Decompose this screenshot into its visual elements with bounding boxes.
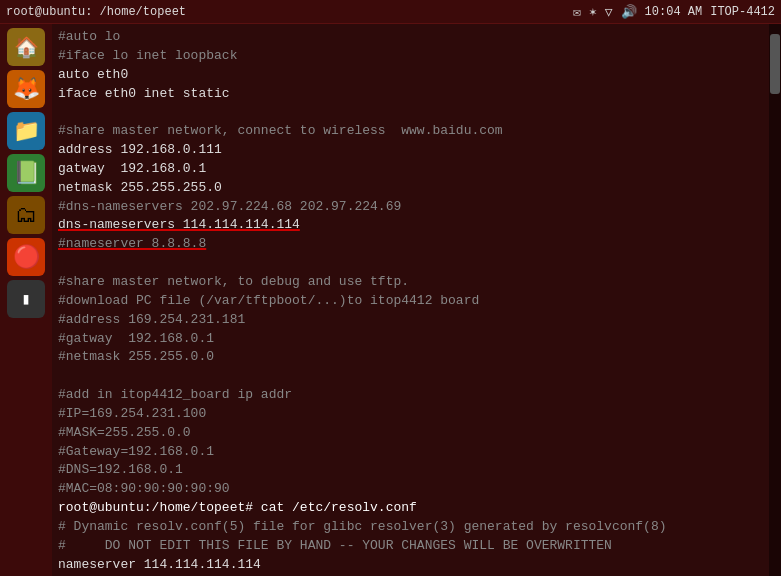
bluetooth-icon: ✶: [589, 4, 597, 20]
scrollbar[interactable]: [769, 24, 781, 576]
firefox-icon[interactable]: 🦊: [7, 70, 45, 108]
scroll-thumb[interactable]: [770, 34, 780, 94]
line-13: [58, 254, 763, 273]
files-icon[interactable]: 📁: [7, 112, 45, 150]
line-24: #DNS=192.168.0.1: [58, 461, 763, 480]
line-19: [58, 367, 763, 386]
line-4: iface eth0 inet static: [58, 85, 763, 104]
email-icon: ✉: [573, 4, 581, 20]
line-7: address 192.168.0.111: [58, 141, 763, 160]
topbar-right: ✉ ✶ ▽ 🔊 10:04 AM ITOP-4412: [573, 4, 775, 20]
line-5: [58, 103, 763, 122]
line-15: #download PC file (/var/tftpboot/...)to …: [58, 292, 763, 311]
terminal[interactable]: #auto lo #iface lo inet loopback auto et…: [52, 24, 769, 576]
folder-icon[interactable]: 🗂: [7, 196, 45, 234]
spreadsheet-icon[interactable]: 📗: [7, 154, 45, 192]
line-6: #share master network, connect to wirele…: [58, 122, 763, 141]
line-29: nameserver 114.114.114.114: [58, 556, 763, 575]
line-8: gatway 192.168.0.1: [58, 160, 763, 179]
line-20: #add in itop4412_board ip addr: [58, 386, 763, 405]
line-3: auto eth0: [58, 66, 763, 85]
line-17: #gatway 192.168.0.1: [58, 330, 763, 349]
ubuntu-icon[interactable]: 🔴: [7, 238, 45, 276]
volume-icon: 🔊: [621, 4, 637, 20]
line-21: #IP=169.254.231.100: [58, 405, 763, 424]
topbar: root@ubuntu: /home/topeet ✉ ✶ ▽ 🔊 10:04 …: [0, 0, 781, 24]
device-label: ITOP-4412: [710, 5, 775, 19]
line-23: #Gateway=192.168.0.1: [58, 443, 763, 462]
line-25: #MAC=08:90:90:90:90:90: [58, 480, 763, 499]
line-12: #nameserver 8.8.8.8: [58, 235, 763, 254]
line-16: #address 169.254.231.181: [58, 311, 763, 330]
home-icon[interactable]: 🏠: [7, 28, 45, 66]
line-28: # DO NOT EDIT THIS FILE BY HAND -- YOUR …: [58, 537, 763, 556]
line-10: #dns-nameservers 202.97.224.68 202.97.22…: [58, 198, 763, 217]
clock: 10:04 AM: [645, 5, 703, 19]
topbar-title: root@ubuntu: /home/topeet: [6, 5, 186, 19]
terminal-icon[interactable]: ▮: [7, 280, 45, 318]
line-9: netmask 255.255.255.0: [58, 179, 763, 198]
line-18: #netmask 255.255.0.0: [58, 348, 763, 367]
line-26: root@ubuntu:/home/topeet# cat /etc/resol…: [58, 499, 763, 518]
line-11: dns-nameservers 114.114.114.114: [58, 216, 763, 235]
sidebar: 🏠 🦊 📁 📗 🗂 🔴 ▮: [0, 24, 52, 576]
main-layout: 🏠 🦊 📁 📗 🗂 🔴 ▮ #auto lo #iface lo inet lo…: [0, 24, 781, 576]
line-14: #share master network, to debug and use …: [58, 273, 763, 292]
line-1: #auto lo: [58, 28, 763, 47]
network-icon: ▽: [605, 4, 613, 20]
line-2: #iface lo inet loopback: [58, 47, 763, 66]
line-22: #MASK=255.255.0.0: [58, 424, 763, 443]
line-27: # Dynamic resolv.conf(5) file for glibc …: [58, 518, 763, 537]
